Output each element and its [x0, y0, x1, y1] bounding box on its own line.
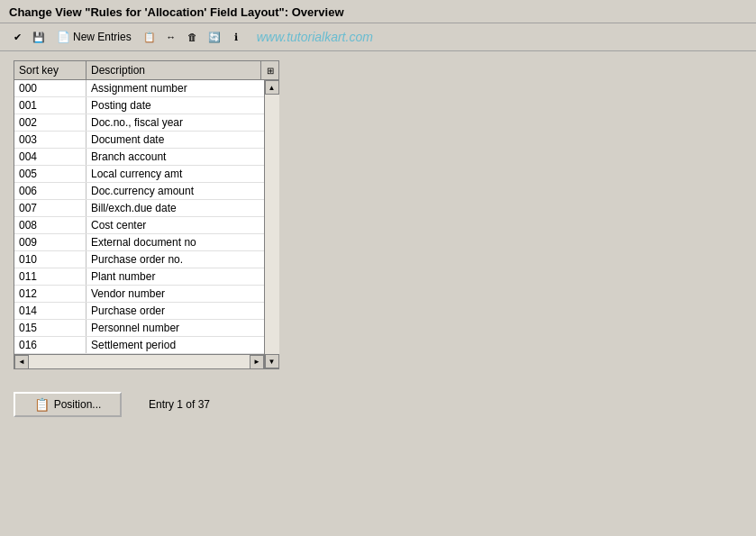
- table-row[interactable]: 008Cost center: [14, 217, 264, 234]
- table-row[interactable]: 005Local currency amt: [14, 166, 264, 183]
- description-cell: Personnel number: [87, 320, 264, 336]
- info-icon[interactable]: ℹ: [226, 27, 246, 47]
- sort-key-cell: 011: [14, 268, 87, 285]
- description-cell: Settlement period: [87, 337, 264, 353]
- description-cell: Plant number: [87, 268, 264, 285]
- vertical-scroll-track[interactable]: [265, 95, 279, 354]
- table-row[interactable]: 006Doc.currency amount: [14, 183, 264, 200]
- sort-key-cell: 016: [14, 337, 87, 353]
- table-rows: 000Assignment number001Posting date002Do…: [14, 80, 264, 354]
- table-row[interactable]: 015Personnel number: [14, 320, 264, 337]
- table-header: Sort key Description ⊞: [14, 61, 278, 80]
- window-title: Change View "Rules for 'Allocation' Fiel…: [0, 0, 756, 23]
- description-cell: Document date: [87, 132, 264, 148]
- table-row[interactable]: 016Settlement period: [14, 337, 264, 354]
- description-cell: Purchase order: [87, 303, 264, 319]
- description-cell: Posting date: [87, 97, 264, 114]
- scroll-down-button[interactable]: ▼: [265, 354, 279, 368]
- sort-key-cell: 001: [14, 97, 87, 114]
- sort-key-cell: 006: [14, 183, 87, 199]
- content-area: Sort key Description ⊞ 000Assignment num…: [0, 51, 756, 378]
- description-header: Description: [87, 61, 260, 79]
- sort-key-cell: 002: [14, 114, 87, 131]
- horizontal-scrollbar[interactable]: ◄ ►: [14, 354, 264, 368]
- table-row[interactable]: 009External document no: [14, 234, 264, 251]
- save-icon[interactable]: 💾: [29, 27, 49, 47]
- sort-key-cell: 009: [14, 234, 87, 250]
- move-icon[interactable]: ↔: [161, 27, 181, 47]
- table-row[interactable]: 014Purchase order: [14, 303, 264, 320]
- description-cell: Vendor number: [87, 286, 264, 302]
- sort-key-cell: 010: [14, 251, 87, 268]
- refresh-icon[interactable]: 🔄: [205, 27, 224, 47]
- table-row[interactable]: 007Bill/exch.due date: [14, 200, 264, 217]
- position-icon: 📋: [34, 397, 50, 412]
- delete-icon[interactable]: 🗑: [183, 27, 203, 47]
- description-cell: Branch account: [87, 149, 264, 165]
- sort-key-cell: 008: [14, 217, 87, 233]
- new-entries-icon: 📄: [57, 31, 70, 43]
- scroll-left-button[interactable]: ◄: [14, 355, 29, 369]
- table-row[interactable]: 000Assignment number: [14, 80, 264, 97]
- footer-area: 📋 Position... Entry 1 of 37: [0, 378, 756, 431]
- position-button[interactable]: 📋 Position...: [14, 392, 122, 417]
- table-row[interactable]: 004Branch account: [14, 149, 264, 166]
- new-entries-button[interactable]: 📄 New Entries: [50, 28, 138, 46]
- table-body-area: 000Assignment number001Posting date002Do…: [14, 80, 278, 368]
- description-cell: Doc.currency amount: [87, 183, 264, 199]
- toolbar: ✔ 💾 📄 New Entries 📋 ↔ 🗑 🔄 ℹ www.tutorial…: [0, 23, 756, 51]
- scroll-up-button[interactable]: ▲: [265, 80, 279, 95]
- sort-key-cell: 000: [14, 80, 87, 96]
- description-cell: Assignment number: [87, 80, 264, 96]
- table-row[interactable]: 011Plant number: [14, 268, 264, 286]
- sort-key-header: Sort key: [14, 61, 87, 79]
- table-row[interactable]: 012Vendor number: [14, 286, 264, 303]
- vertical-scrollbar[interactable]: ▲ ▼: [264, 80, 278, 368]
- copy-icon[interactable]: 📋: [140, 27, 159, 47]
- description-cell: Purchase order no.: [87, 251, 264, 268]
- scroll-right-button[interactable]: ►: [250, 355, 264, 369]
- table-row[interactable]: 003Document date: [14, 132, 264, 149]
- sort-key-cell: 004: [14, 149, 87, 165]
- column-settings-icon[interactable]: ⊞: [260, 61, 278, 79]
- sort-key-cell: 007: [14, 200, 87, 216]
- sort-key-cell: 015: [14, 320, 87, 336]
- sort-key-cell: 003: [14, 132, 87, 148]
- description-cell: Local currency amt: [87, 166, 264, 182]
- description-cell: Doc.no., fiscal year: [87, 114, 264, 131]
- entry-info: Entry 1 of 37: [149, 398, 210, 411]
- description-cell: Cost center: [87, 217, 264, 233]
- data-table: Sort key Description ⊞ 000Assignment num…: [14, 60, 279, 369]
- table-row[interactable]: 001Posting date: [14, 97, 264, 114]
- description-cell: Bill/exch.due date: [87, 200, 264, 216]
- horizontal-scroll-track[interactable]: [29, 355, 250, 369]
- table-row[interactable]: 010Purchase order no.: [14, 251, 264, 268]
- sort-key-cell: 005: [14, 166, 87, 182]
- watermark-text: www.tutorialkart.com: [257, 30, 373, 44]
- sort-key-cell: 014: [14, 303, 87, 319]
- table-row[interactable]: 002Doc.no., fiscal year: [14, 114, 264, 132]
- check-icon[interactable]: ✔: [7, 27, 27, 47]
- sort-key-cell: 012: [14, 286, 87, 302]
- description-cell: External document no: [87, 234, 264, 250]
- table-rows-container: 000Assignment number001Posting date002Do…: [14, 80, 264, 368]
